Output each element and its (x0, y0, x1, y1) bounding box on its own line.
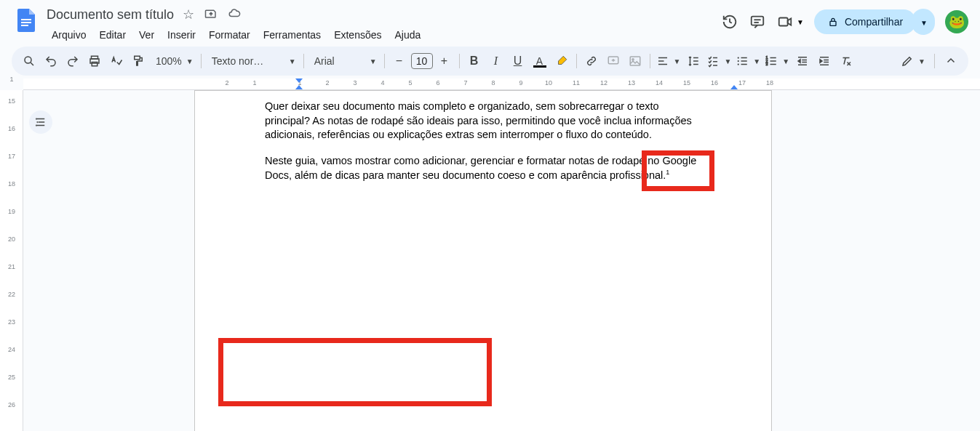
svg-line-9 (31, 63, 33, 65)
menu-ferramentas[interactable]: Ferramentas (258, 26, 326, 44)
decrease-font-button[interactable]: − (389, 51, 410, 71)
vertical-ruler[interactable]: 1151617181920212223242526 (0, 90, 23, 431)
h-ruler-number: 8 (491, 79, 495, 86)
svg-rect-13 (135, 56, 140, 60)
annotation-highlight-footnote-area (218, 338, 492, 406)
h-ruler-number: 16 (711, 79, 718, 86)
svg-point-30 (738, 63, 739, 65)
search-icon[interactable] (19, 51, 39, 71)
menu-editar[interactable]: Editar (94, 26, 131, 44)
insert-image-button[interactable] (625, 51, 645, 71)
page[interactable]: Quer deixar seu documento mais completo … (194, 90, 772, 431)
undo-icon[interactable] (41, 51, 61, 71)
left-indent-marker[interactable] (295, 85, 303, 89)
outline-toggle-button[interactable] (29, 110, 52, 134)
toolbar: 100%▼ Texto nor…▼ Arial▼ − + B I U A ▼ ▼… (12, 47, 968, 76)
menu-ver[interactable]: Ver (134, 26, 159, 44)
underline-button[interactable]: U (508, 51, 528, 71)
increase-font-button[interactable]: + (434, 51, 455, 71)
docs-logo[interactable] (12, 6, 41, 35)
increase-indent-button[interactable] (814, 51, 834, 71)
h-ruler-number: 4 (381, 79, 384, 86)
v-ruler-number: 1 (9, 76, 13, 83)
first-line-indent-marker[interactable] (295, 78, 303, 83)
align-dropdown[interactable]: ▼ (655, 51, 682, 71)
highlight-color-button[interactable] (551, 51, 572, 71)
svg-point-55 (36, 125, 37, 126)
svg-point-8 (25, 57, 31, 63)
numbered-list-dropdown[interactable]: 123▼ (763, 51, 791, 71)
star-icon[interactable]: ☆ (183, 7, 194, 23)
v-ruler-number: 26 (8, 401, 15, 408)
h-ruler-number: 1 (252, 79, 256, 86)
menu-extensoes[interactable]: Extensões (329, 26, 386, 44)
meet-icon[interactable] (776, 13, 794, 31)
svg-rect-32 (741, 60, 747, 62)
h-ruler-number: 3 (353, 79, 356, 86)
svg-point-18 (632, 59, 633, 60)
font-size-input[interactable] (411, 53, 433, 69)
h-ruler-number: 12 (600, 79, 607, 86)
horizontal-ruler[interactable]: 21123456789101112131415161718 (23, 78, 980, 90)
v-ruler-number: 25 (8, 374, 15, 381)
line-spacing-button[interactable] (683, 51, 704, 71)
v-ruler-number: 22 (8, 291, 15, 298)
svg-rect-0 (21, 19, 31, 20)
svg-point-54 (37, 122, 38, 123)
paint-format-icon[interactable] (128, 51, 148, 71)
svg-point-29 (738, 60, 739, 62)
bullet-list-dropdown[interactable]: ▼ (734, 51, 762, 71)
v-ruler-number: 23 (8, 318, 15, 326)
v-ruler-number: 15 (8, 97, 15, 105)
menu-ajuda[interactable]: Ajuda (390, 26, 426, 44)
document-canvas: Quer deixar seu documento mais completo … (23, 90, 980, 431)
move-icon[interactable] (204, 7, 218, 23)
share-dropdown-button[interactable]: ▼ (912, 9, 935, 35)
editing-mode-dropdown[interactable]: ▼ (895, 51, 928, 71)
svg-rect-31 (741, 57, 747, 59)
lock-icon (827, 16, 839, 28)
redo-icon[interactable] (63, 51, 83, 71)
h-ruler-number: 15 (683, 79, 690, 86)
right-indent-marker[interactable] (730, 85, 738, 89)
document-title[interactable]: Documento sem título (47, 7, 174, 23)
paragraph-2[interactable]: Neste guia, vamos mostrar como adicionar… (265, 154, 701, 183)
v-ruler-number: 18 (8, 180, 15, 188)
svg-rect-2 (21, 25, 28, 26)
italic-button[interactable]: I (486, 51, 506, 71)
svg-rect-33 (741, 64, 747, 65)
h-ruler-number: 13 (628, 79, 635, 86)
share-button[interactable]: Compartilhar (814, 9, 916, 34)
spellcheck-icon[interactable] (106, 51, 127, 71)
svg-rect-6 (779, 18, 788, 26)
avatar[interactable]: 🐸 (945, 10, 968, 33)
bold-button[interactable]: B (464, 51, 485, 71)
cloud-status-icon[interactable] (228, 7, 241, 23)
paragraph-1[interactable]: Quer deixar seu documento mais completo … (265, 100, 701, 142)
footnote-reference[interactable]: 1 (666, 169, 669, 176)
insert-link-button[interactable] (581, 51, 602, 71)
h-ruler-number: 6 (436, 79, 439, 86)
h-ruler-number: 10 (545, 79, 552, 86)
h-ruler-number: 17 (738, 79, 746, 86)
zoom-dropdown[interactable]: 100%▼ (150, 51, 196, 71)
v-ruler-number: 20 (8, 235, 15, 243)
print-icon[interactable] (84, 51, 105, 71)
text-color-button[interactable]: A (530, 51, 550, 71)
menu-formatar[interactable]: Formatar (204, 26, 255, 44)
decrease-indent-button[interactable] (792, 51, 813, 71)
comments-icon[interactable] (749, 13, 766, 31)
meet-dropdown-icon[interactable]: ▼ (797, 18, 804, 26)
add-comment-button[interactable] (603, 51, 624, 71)
checklist-dropdown[interactable]: ▼ (705, 51, 733, 71)
menu-inserir[interactable]: Inserir (162, 26, 201, 44)
menu-arquivo[interactable]: Arquivo (47, 26, 91, 44)
clear-formatting-button[interactable] (836, 51, 856, 71)
style-dropdown[interactable]: Texto nor…▼ (206, 51, 299, 71)
history-icon[interactable] (721, 13, 738, 31)
v-ruler-number: 24 (8, 346, 15, 353)
svg-rect-1 (21, 22, 31, 23)
collapse-toolbar-button[interactable] (941, 51, 961, 71)
v-ruler-number: 19 (8, 208, 15, 215)
font-dropdown[interactable]: Arial▼ (308, 51, 380, 71)
